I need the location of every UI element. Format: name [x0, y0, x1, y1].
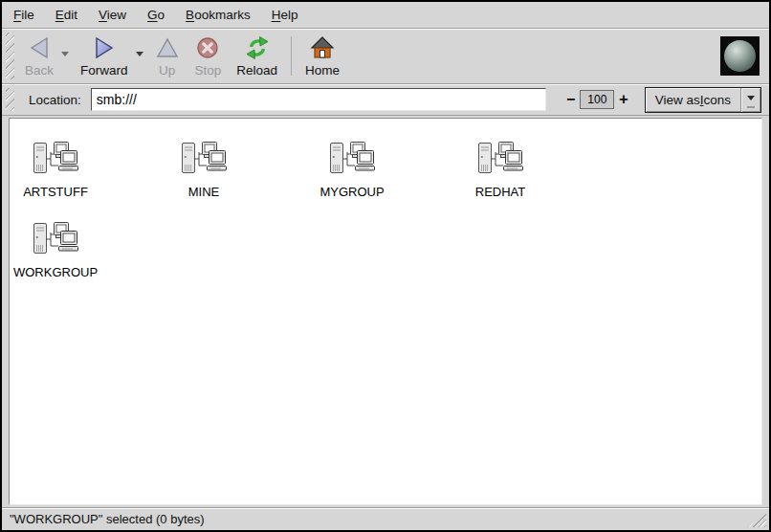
- status-bar: "WORKGROUP" selected (0 bytes): [2, 507, 769, 530]
- home-label: Home: [305, 63, 340, 78]
- throbber: [720, 36, 760, 76]
- location-bar-drag-handle[interactable]: [6, 88, 14, 111]
- share-label: REDHAT: [475, 185, 525, 199]
- dropdown-bar: [747, 106, 755, 108]
- dropdown-triangle: [747, 96, 755, 104]
- zoom-level-indicator[interactable]: 100: [580, 90, 614, 109]
- back-button[interactable]: Back: [17, 29, 61, 81]
- up-label: Up: [159, 63, 175, 78]
- share-label: ARTSTUFF: [23, 185, 88, 199]
- stop-label: Stop: [195, 63, 222, 78]
- menu-item[interactable]: Help: [261, 3, 309, 27]
- toolbar-drag-handle[interactable]: [6, 33, 14, 79]
- back-history-chevron-icon[interactable]: [61, 52, 69, 60]
- share-label: MYGROUP: [319, 185, 384, 199]
- menu-item[interactable]: Go: [137, 3, 175, 27]
- status-text: "WORKGROUP" selected (0 bytes): [10, 512, 205, 526]
- network-share-item[interactable]: MINE: [160, 140, 248, 199]
- view-as-dropdown[interactable]: View as Icons: [645, 87, 761, 113]
- stop-icon: [195, 35, 220, 60]
- up-button[interactable]: Up: [147, 29, 187, 81]
- menu-item[interactable]: Bookmarks: [175, 3, 261, 27]
- reload-button[interactable]: Reload: [229, 29, 285, 81]
- home-icon: [310, 35, 335, 60]
- network-share-item[interactable]: WORKGROUP: [11, 220, 99, 279]
- toolbar-separator: [291, 36, 292, 76]
- location-label: Location:: [29, 93, 81, 107]
- dropdown-arrow-icon[interactable]: [740, 88, 760, 112]
- throbber-sphere-icon: [724, 40, 756, 72]
- menubar: File Edit View Go Bookmarks Help: [2, 2, 769, 29]
- network-share-item[interactable]: REDHAT: [456, 140, 544, 199]
- resize-grip[interactable]: [748, 513, 766, 527]
- share-label: WORKGROUP: [13, 265, 98, 279]
- back-label: Back: [25, 63, 54, 78]
- network-workgroup-icon: [475, 140, 525, 181]
- zoom-in-button[interactable]: +: [614, 88, 632, 111]
- home-button[interactable]: Home: [297, 29, 347, 81]
- forward-label: Forward: [80, 63, 128, 78]
- location-input[interactable]: [91, 88, 546, 111]
- reload-label: Reload: [236, 63, 277, 78]
- forward-arrow-icon: [92, 35, 117, 60]
- up-arrow-icon: [155, 35, 180, 60]
- network-share-item[interactable]: ARTSTUFF: [11, 140, 99, 199]
- back-arrow-icon: [27, 35, 52, 60]
- reload-icon: [245, 35, 270, 60]
- network-workgroup-icon: [327, 140, 377, 181]
- icon-view: ARTSTUFF: [10, 119, 622, 300]
- content-pane: ARTSTUFF: [9, 118, 762, 505]
- file-manager-window: File Edit View Go Bookmarks Help Back: [0, 0, 771, 532]
- share-label: MINE: [188, 185, 220, 199]
- forward-history-chevron-icon[interactable]: [136, 52, 143, 60]
- stop-button[interactable]: Stop: [187, 29, 230, 81]
- network-workgroup-icon: [179, 140, 229, 181]
- menu-item[interactable]: Edit: [45, 3, 88, 27]
- location-bar: Location: − 100 + View as Icons: [2, 84, 769, 116]
- view-as-label: View as Icons: [646, 88, 740, 112]
- menu-item[interactable]: File: [3, 3, 45, 27]
- network-workgroup-icon: [31, 140, 80, 181]
- network-share-item[interactable]: MYGROUP: [308, 140, 396, 199]
- network-workgroup-icon: [31, 220, 80, 261]
- toolbar: Back Forward Up: [2, 29, 769, 84]
- forward-button[interactable]: Forward: [73, 29, 136, 81]
- zoom-out-button[interactable]: −: [562, 88, 580, 111]
- menu-item[interactable]: View: [88, 3, 137, 27]
